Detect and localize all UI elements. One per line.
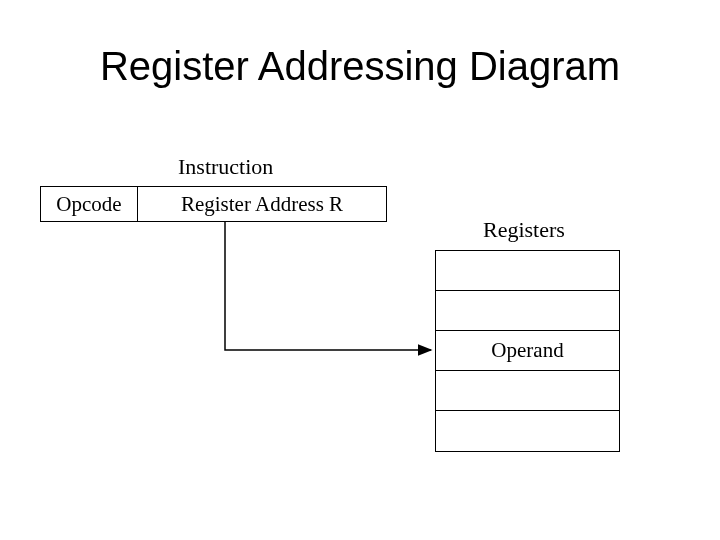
registers-table: Operand (435, 250, 620, 452)
register-cell (436, 291, 619, 331)
register-address-field: Register Address R (138, 187, 386, 221)
opcode-field: Opcode (41, 187, 138, 221)
register-cell (436, 251, 619, 291)
register-cell (436, 411, 619, 451)
instruction-box: Opcode Register Address R (40, 186, 387, 222)
registers-label: Registers (483, 217, 565, 243)
register-cell (436, 371, 619, 411)
register-cell-operand: Operand (436, 331, 619, 371)
page-title: Register Addressing Diagram (0, 44, 720, 89)
instruction-label: Instruction (178, 154, 273, 180)
